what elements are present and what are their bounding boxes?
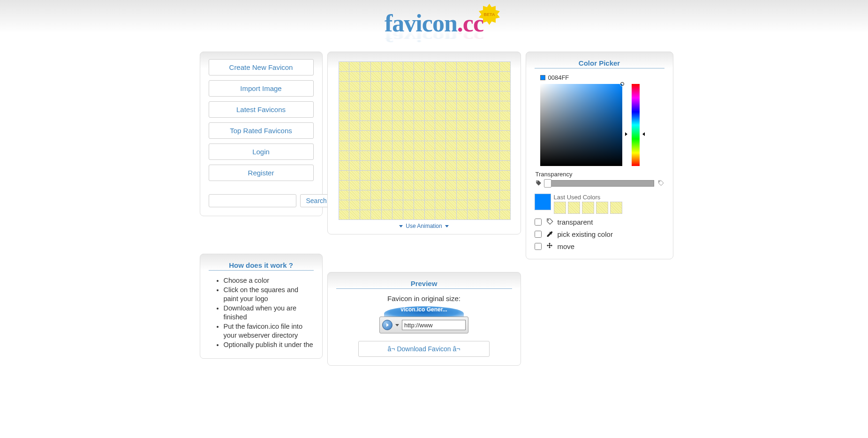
pixel-cell[interactable] xyxy=(446,181,456,190)
pixel-cell[interactable] xyxy=(457,62,467,71)
pixel-cell[interactable] xyxy=(339,121,349,130)
pixel-cell[interactable] xyxy=(468,111,478,121)
pixel-cell[interactable] xyxy=(500,151,510,160)
pixel-cell[interactable] xyxy=(382,141,392,151)
pixel-cell[interactable] xyxy=(360,151,370,160)
pixel-cell[interactable] xyxy=(457,141,467,151)
pixel-cell[interactable] xyxy=(500,121,510,130)
pixel-cell[interactable] xyxy=(360,111,370,121)
pixel-cell[interactable] xyxy=(360,101,370,111)
pixel-cell[interactable] xyxy=(468,171,478,180)
pixel-cell[interactable] xyxy=(371,200,381,210)
pixel-cell[interactable] xyxy=(392,171,403,180)
pixel-cell[interactable] xyxy=(435,171,445,180)
pixel-cell[interactable] xyxy=(446,111,456,121)
pixel-cell[interactable] xyxy=(489,151,499,160)
pixel-cell[interactable] xyxy=(425,72,435,81)
search-input[interactable] xyxy=(209,194,296,207)
pick-color-checkbox[interactable] xyxy=(535,231,542,238)
pixel-cell[interactable] xyxy=(425,111,435,121)
pixel-cell[interactable] xyxy=(435,131,445,140)
pixel-cell[interactable] xyxy=(339,161,349,170)
pixel-cell[interactable] xyxy=(339,131,349,140)
pixel-cell[interactable] xyxy=(489,91,499,101)
pixel-cell[interactable] xyxy=(468,161,478,170)
pixel-cell[interactable] xyxy=(425,141,435,151)
pixel-cell[interactable] xyxy=(392,181,403,190)
pixel-cell[interactable] xyxy=(468,101,478,111)
pixel-cell[interactable] xyxy=(435,210,445,219)
pixel-cell[interactable] xyxy=(360,141,370,151)
pixel-cell[interactable] xyxy=(339,190,349,200)
pixel-cell[interactable] xyxy=(403,101,414,111)
pixel-cell[interactable] xyxy=(478,101,489,111)
pixel-cell[interactable] xyxy=(382,161,392,170)
pixel-cell[interactable] xyxy=(457,171,467,180)
pixel-cell[interactable] xyxy=(403,72,414,81)
pixel-cell[interactable] xyxy=(382,111,392,121)
pixel-cell[interactable] xyxy=(371,82,381,91)
pixel-cell[interactable] xyxy=(425,121,435,130)
pixel-cell[interactable] xyxy=(468,121,478,130)
pixel-cell[interactable] xyxy=(435,151,445,160)
pixel-cell[interactable] xyxy=(349,91,360,101)
nav-register[interactable]: Register xyxy=(209,165,314,181)
pixel-cell[interactable] xyxy=(403,62,414,71)
pixel-cell[interactable] xyxy=(457,181,467,190)
pixel-cell[interactable] xyxy=(349,72,360,81)
used-color-swatch[interactable] xyxy=(596,202,608,214)
pixel-cell[interactable] xyxy=(468,91,478,101)
pixel-cell[interactable] xyxy=(500,210,510,219)
pixel-cell[interactable] xyxy=(478,141,489,151)
pixel-cell[interactable] xyxy=(446,121,456,130)
pixel-cell[interactable] xyxy=(349,82,360,91)
pixel-cell[interactable] xyxy=(403,111,414,121)
pixel-cell[interactable] xyxy=(403,200,414,210)
pixel-cell[interactable] xyxy=(382,190,392,200)
pixel-cell[interactable] xyxy=(360,131,370,140)
pixel-cell[interactable] xyxy=(435,91,445,101)
pixel-cell[interactable] xyxy=(339,111,349,121)
pixel-cell[interactable] xyxy=(339,200,349,210)
pixel-cell[interactable] xyxy=(382,200,392,210)
pixel-cell[interactable] xyxy=(446,200,456,210)
pixel-cell[interactable] xyxy=(403,190,414,200)
pixel-cell[interactable] xyxy=(468,82,478,91)
pixel-cell[interactable] xyxy=(403,121,414,130)
pixel-cell[interactable] xyxy=(339,181,349,190)
pixel-cell[interactable] xyxy=(489,210,499,219)
pixel-cell[interactable] xyxy=(392,131,403,140)
pixel-cell[interactable] xyxy=(360,171,370,180)
nav-login[interactable]: Login xyxy=(209,143,314,160)
pixel-cell[interactable] xyxy=(403,161,414,170)
pixel-cell[interactable] xyxy=(339,62,349,71)
saturation-value-picker[interactable] xyxy=(540,84,622,166)
pixel-cell[interactable] xyxy=(403,171,414,180)
pixel-cell[interactable] xyxy=(360,82,370,91)
pixel-cell[interactable] xyxy=(489,62,499,71)
pixel-cell[interactable] xyxy=(349,141,360,151)
pixel-cell[interactable] xyxy=(457,121,467,130)
pixel-cell[interactable] xyxy=(414,171,424,180)
pixel-cell[interactable] xyxy=(403,151,414,160)
used-color-swatch[interactable] xyxy=(610,202,622,214)
pixel-cell[interactable] xyxy=(414,210,424,219)
pixel-cell[interactable] xyxy=(403,210,414,219)
pixel-cell[interactable] xyxy=(457,210,467,219)
pixel-cell[interactable] xyxy=(478,82,489,91)
pixel-cell[interactable] xyxy=(414,200,424,210)
pixel-cell[interactable] xyxy=(360,161,370,170)
nav-import-image[interactable]: Import Image xyxy=(209,80,314,97)
pixel-cell[interactable] xyxy=(414,190,424,200)
pixel-cell[interactable] xyxy=(446,82,456,91)
pixel-cell[interactable] xyxy=(457,111,467,121)
pixel-cell[interactable] xyxy=(489,111,499,121)
used-color-swatch[interactable] xyxy=(568,202,580,214)
pixel-cell[interactable] xyxy=(457,131,467,140)
pixel-cell[interactable] xyxy=(349,190,360,200)
pixel-cell[interactable] xyxy=(478,121,489,130)
pixel-cell[interactable] xyxy=(425,200,435,210)
pixel-cell[interactable] xyxy=(500,101,510,111)
transparency-slider[interactable] xyxy=(545,180,654,187)
pixel-cell[interactable] xyxy=(489,101,499,111)
